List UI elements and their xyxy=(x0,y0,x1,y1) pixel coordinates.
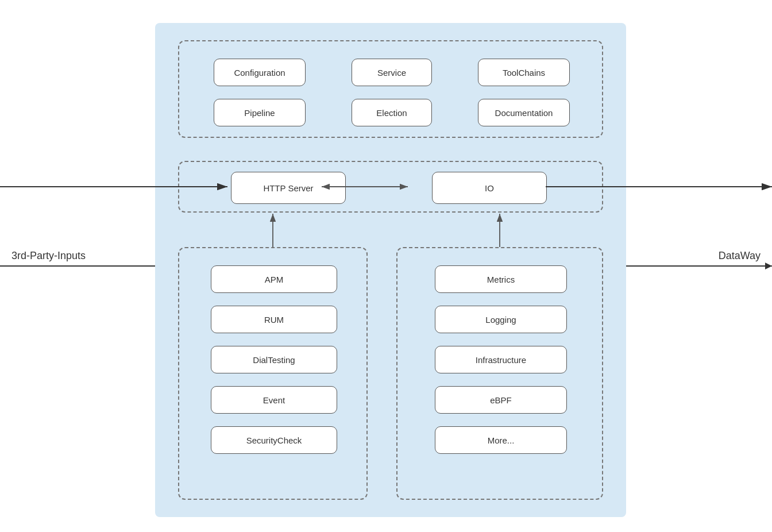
bottom-left-box: APM RUM DialTesting Event SecurityCheck xyxy=(178,247,368,500)
label-dataway: DataWay xyxy=(719,250,761,262)
node-io: IO xyxy=(432,172,547,204)
middle-box: HTTP Server IO xyxy=(178,161,603,213)
node-http-server: HTTP Server xyxy=(231,172,346,204)
node-toolchains: ToolChains xyxy=(478,59,570,86)
node-event: Event xyxy=(211,386,337,414)
diagram-container: 3rd-Party-Inputs DataWay Configuration S… xyxy=(0,0,772,532)
node-rum: RUM xyxy=(211,306,337,333)
node-metrics: Metrics xyxy=(435,265,567,293)
node-election: Election xyxy=(352,99,432,126)
node-apm: APM xyxy=(211,265,337,293)
node-documentation: Documentation xyxy=(478,99,570,126)
main-box: Configuration Service ToolChains Pipelin… xyxy=(155,23,626,517)
node-more: More... xyxy=(435,426,567,454)
node-service: Service xyxy=(352,59,432,86)
node-infrastructure: Infrastructure xyxy=(435,346,567,373)
bottom-right-box: Metrics Logging Infrastructure eBPF More… xyxy=(396,247,603,500)
node-logging: Logging xyxy=(435,306,567,333)
node-ebpf: eBPF xyxy=(435,386,567,414)
node-securitycheck: SecurityCheck xyxy=(211,426,337,454)
node-pipeline: Pipeline xyxy=(214,99,306,126)
label-third-party: 3rd-Party-Inputs xyxy=(11,250,86,262)
node-dialtesting: DialTesting xyxy=(211,346,337,373)
node-configuration: Configuration xyxy=(214,59,306,86)
top-config-box: Configuration Service ToolChains Pipelin… xyxy=(178,40,603,138)
